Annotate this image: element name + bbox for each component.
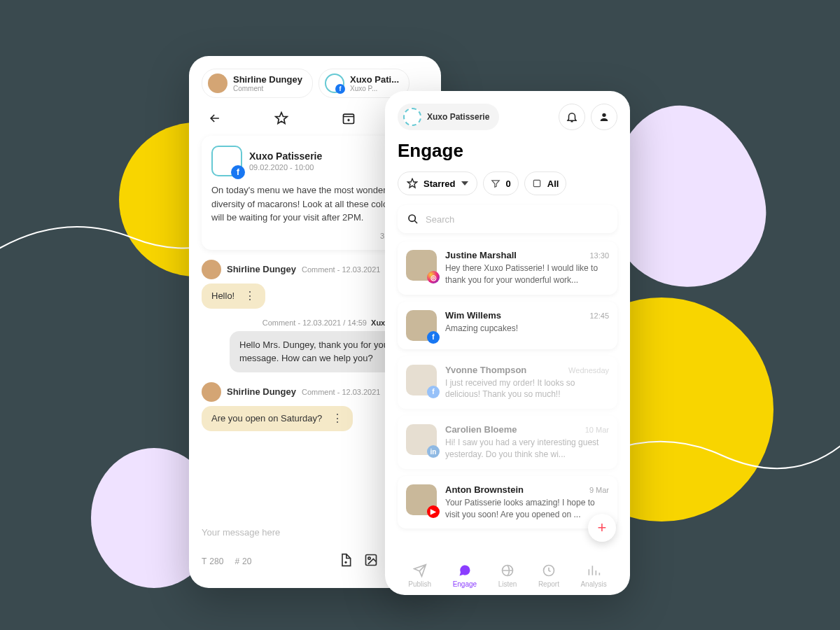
- brand-selector[interactable]: Xuxo Patisserie: [398, 104, 499, 130]
- avatar: in: [406, 424, 437, 455]
- attach-file-icon[interactable]: [339, 553, 353, 570]
- search-input[interactable]: [426, 214, 608, 225]
- search-box[interactable]: [398, 205, 617, 233]
- profile-button[interactable]: [591, 104, 617, 130]
- reply-bubble[interactable]: Hello Mrs. Dungey, thank you for your me…: [230, 331, 412, 372]
- brand-logo-icon: [403, 108, 421, 126]
- comment-bubble[interactable]: Are you open on Saturday? ⋮: [202, 406, 353, 431]
- add-button[interactable]: +: [588, 514, 616, 542]
- yt-icon: ▶: [427, 505, 440, 518]
- facebook-icon: f: [231, 165, 245, 179]
- char-count: T 280: [202, 556, 223, 566]
- avatar: f: [406, 365, 437, 396]
- tab-engage[interactable]: Engage: [453, 563, 477, 588]
- tab-listen[interactable]: Listen: [498, 563, 517, 588]
- chevron-down-icon: [461, 181, 468, 186]
- avatar: ▶: [406, 484, 437, 515]
- comment-bubble[interactable]: Hello! ⋮: [202, 284, 265, 309]
- calendar-add-icon[interactable]: [341, 111, 356, 126]
- more-icon[interactable]: ⋮: [244, 290, 255, 302]
- avatar: [202, 382, 221, 402]
- message-card[interactable]: ◎Justine Marshall13:30Hey there Xuxo Pat…: [398, 241, 617, 295]
- back-icon[interactable]: [207, 111, 223, 126]
- avatar: f: [325, 74, 344, 93]
- tab-publish[interactable]: Publish: [408, 563, 431, 588]
- li-icon: in: [427, 445, 440, 458]
- avatar: [208, 74, 227, 93]
- svg-point-5: [409, 215, 415, 221]
- breadcrumb-user[interactable]: Shirline Dungey Comment: [202, 69, 313, 98]
- notifications-button[interactable]: [559, 104, 585, 130]
- page-title: Engage: [398, 140, 617, 162]
- tab-report[interactable]: Report: [538, 563, 559, 588]
- brand-avatar: f: [211, 146, 242, 176]
- svg-rect-4: [533, 180, 540, 186]
- fb-icon: f: [427, 331, 440, 344]
- avatar: f: [406, 310, 437, 341]
- more-icon[interactable]: ⋮: [332, 413, 343, 424]
- message-card[interactable]: fYvonne ThompsonWednesdayI just received…: [398, 356, 617, 410]
- tab-analysis[interactable]: Analysis: [580, 563, 606, 588]
- facebook-icon: f: [335, 84, 345, 94]
- search-icon: [407, 214, 419, 225]
- avatar: ◎: [406, 250, 437, 281]
- svg-point-3: [602, 113, 606, 117]
- star-icon[interactable]: [274, 111, 289, 126]
- message-card[interactable]: inCarolien Bloeme10 MarHi! I saw you had…: [398, 416, 617, 469]
- filter-all[interactable]: All: [524, 172, 567, 195]
- tab-bar: Publish Engage Listen Report Analysis: [398, 556, 617, 588]
- hashtag-count: # 20: [234, 556, 251, 566]
- message-card[interactable]: fWim Willems12:45Amazing cupcakes!: [398, 302, 617, 349]
- ig-icon: ◎: [427, 271, 440, 284]
- starred-filter[interactable]: Starred: [398, 172, 477, 195]
- filter-count[interactable]: 0: [483, 172, 519, 195]
- svg-point-2: [368, 557, 370, 559]
- engage-phone: Xuxo Patisserie Engage Starred 0 All ◎Ju…: [385, 91, 630, 595]
- avatar: [202, 260, 221, 279]
- message-card[interactable]: ▶Anton Brownstein9 MarYour Patisserie lo…: [398, 476, 617, 529]
- fb-icon: f: [427, 386, 440, 398]
- attach-image-icon[interactable]: [364, 553, 378, 570]
